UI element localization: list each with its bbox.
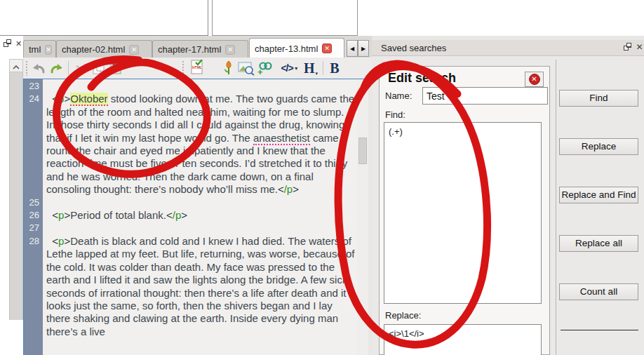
find-input[interactable]: (.+) [384, 122, 542, 304]
code-icon: </> [281, 62, 293, 74]
panel-float-button[interactable] [622, 43, 633, 53]
html-validate-icon: HTML [189, 60, 205, 76]
panel-separator [556, 60, 556, 355]
editor-line[interactable]: 27 [24, 222, 357, 234]
undo-icon [31, 61, 46, 75]
toolbar: ✂ HTML [23, 58, 372, 79]
dock-float-button[interactable] [2, 39, 13, 50]
tab-close-icon[interactable]: ✕ [225, 45, 235, 55]
float-icon [4, 39, 11, 47]
editor-line[interactable]: 26 <p>Period of total blank.</p> [24, 209, 357, 222]
find-button[interactable]: Find [559, 90, 638, 107]
editor-line[interactable]: 25 [24, 196, 357, 209]
scrollbar-thumb[interactable] [358, 138, 367, 164]
bold-button[interactable]: B [326, 60, 343, 76]
find-label: Find: [385, 109, 405, 120]
panel-close-button[interactable]: ✕ [634, 42, 644, 53]
tab-chapter-02[interactable]: chapter-02.html ✕ [56, 40, 152, 58]
html-tag-token: > [293, 183, 299, 195]
chevron-down-icon: ▼ [294, 66, 299, 71]
html-tag-token: /p [284, 183, 293, 195]
undo-button[interactable] [30, 60, 47, 76]
line-content[interactable] [43, 80, 357, 93]
code-view-button[interactable]: </> ▼ [277, 60, 302, 76]
background-window-left [0, 0, 208, 36]
name-input[interactable] [422, 87, 548, 105]
redo-icon [49, 61, 65, 75]
heading-icon: H [304, 60, 315, 76]
replace-all-button[interactable]: Replace all [559, 235, 638, 252]
html-tag-token: > [64, 209, 70, 221]
replace-input[interactable]: <i>\1</i> [384, 324, 542, 355]
toolbar-separator [323, 61, 323, 75]
toolbar-handle[interactable] [182, 60, 185, 76]
tab-scroll-left-button[interactable]: ◀ [347, 40, 358, 57]
tab-label: chapter-13.html [255, 43, 318, 54]
search-highlight: Oktober [70, 93, 107, 106]
dialog-close-button[interactable]: ✕ [525, 72, 544, 87]
text-token: Death is black and cold and I knew I had… [46, 235, 357, 337]
insert-image-button[interactable] [220, 60, 237, 76]
html-validate-button[interactable]: HTML [189, 60, 206, 76]
tab-close-icon[interactable]: ✕ [45, 45, 52, 55]
html-tag-token: > [64, 235, 70, 247]
copy-icon [91, 61, 105, 75]
svg-text:HTML: HTML [192, 65, 202, 69]
replace-button[interactable]: Replace [559, 138, 638, 155]
html-tag-token: /p [173, 209, 182, 221]
count-all-button[interactable]: Count all [559, 283, 638, 300]
paste-button[interactable] [107, 60, 124, 76]
app-window: ✕ tml ✕ chapter-02.html ✕ chapter-17.htm… [0, 0, 644, 355]
line-content[interactable] [43, 222, 357, 234]
tab-chapter-13-active[interactable]: chapter-13.html ✕ [249, 38, 344, 58]
tab-close-icon-active[interactable]: ✕ [322, 43, 332, 53]
insert-link-button[interactable]: + [257, 60, 274, 76]
line-content[interactable]: <p>Death is black and cold and I knew I … [43, 235, 357, 338]
tab-label: chapter-17.html [158, 44, 221, 55]
edit-search-dialog: Edit search ✕ Name: Find: (.+) Replace: … [379, 66, 550, 355]
line-number: 26 [24, 209, 43, 222]
toolbar-separator [68, 61, 69, 75]
image-preview-icon [238, 60, 255, 76]
line-content[interactable]: <p>Oktober stood looking down at me. The… [43, 93, 357, 196]
dock-close-button[interactable]: ✕ [13, 39, 24, 49]
bold-icon: B [330, 60, 339, 76]
background-window-middle [212, 0, 358, 36]
redo-button[interactable] [48, 60, 65, 76]
chevron-down-icon: ▾ [316, 71, 318, 76]
tab-partial[interactable]: tml ✕ [23, 40, 56, 58]
left-panel-scrollbar[interactable] [9, 59, 23, 320]
replace-and-find-button[interactable]: Replace and Find [559, 187, 638, 203]
tab-chapter-17[interactable]: chapter-17.html ✕ [152, 40, 248, 58]
name-label: Name: [385, 91, 412, 101]
editor-lines[interactable]: 2324 <p>Oktober stood looking down at me… [24, 79, 357, 355]
line-number: 24 [24, 93, 43, 196]
tab-scroll-right-button[interactable]: ▶ [358, 40, 369, 57]
image-preview-button[interactable] [238, 60, 255, 76]
html-tag-token: < [52, 209, 58, 221]
html-tag-token: < [52, 93, 58, 105]
copy-button[interactable] [90, 60, 107, 76]
scroll-up-button[interactable] [9, 59, 23, 72]
editor-line[interactable]: 28 <p>Death is black and cold and I knew… [24, 235, 357, 338]
line-number: 25 [24, 196, 43, 209]
toolbar-handle[interactable] [25, 60, 28, 76]
html-tag-token: < [166, 209, 173, 221]
insert-image-icon [222, 60, 235, 76]
code-editor[interactable]: 2324 <p>Oktober stood looking down at me… [23, 79, 368, 355]
line-number: 28 [24, 235, 43, 338]
close-icon: ✕ [15, 39, 22, 48]
line-number: 23 [24, 80, 43, 93]
html-tag-token: < [278, 183, 284, 195]
heading-button[interactable]: H ▾ [302, 60, 319, 76]
replace-label: Replace: [385, 310, 421, 321]
dialog-title: Edit search [388, 71, 456, 86]
tab-close-icon[interactable]: ✕ [129, 45, 139, 55]
editor-line[interactable]: 23 [24, 80, 357, 93]
cut-button[interactable]: ✂ [72, 60, 89, 76]
line-content[interactable] [43, 196, 357, 209]
line-content[interactable]: <p>Period of total blank.</p> [43, 209, 357, 222]
scrollbar-track[interactable] [9, 72, 23, 320]
editor-line[interactable]: 24 <p>Oktober stood looking down at me. … [24, 93, 357, 196]
editor-scrollbar[interactable] [357, 79, 368, 355]
